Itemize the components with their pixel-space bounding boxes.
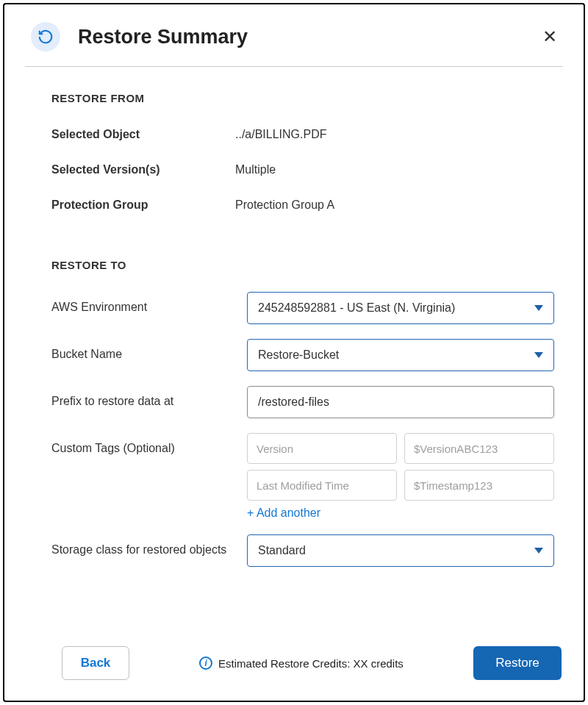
info-icon: i <box>199 656 212 670</box>
selected-object-row: Selected Object ../a/BILLING.PDF <box>51 125 554 141</box>
add-another-link[interactable]: + Add another <box>247 507 554 520</box>
tags-row: Custom Tags (Optional) Version $VersionA… <box>51 433 554 520</box>
prefix-input[interactable] <box>247 386 554 418</box>
tag-value-input[interactable]: $VersionABC123 <box>404 433 554 464</box>
storage-class-select[interactable]: Standard <box>247 534 554 567</box>
restore-from-title: RESTORE FROM <box>51 92 554 104</box>
storage-class-row: Storage class for restored objects Stand… <box>51 534 554 567</box>
selected-object-label: Selected Object <box>51 125 235 141</box>
storage-class-value: Standard <box>258 544 306 557</box>
tag-key-input[interactable]: Last Modified Time <box>247 470 397 501</box>
prefix-row: Prefix to restore data at <box>51 386 554 418</box>
back-button[interactable]: Back <box>62 646 129 680</box>
tags-grid: Version $VersionABC123 Last Modified Tim… <box>247 433 554 501</box>
dialog-header: Restore Summary ✕ <box>25 22 563 67</box>
selected-versions-label: Selected Version(s) <box>51 160 235 176</box>
chevron-down-icon <box>534 352 543 358</box>
restore-summary-dialog: Restore Summary ✕ RESTORE FROM Selected … <box>3 3 585 702</box>
aws-env-select[interactable]: 245248592881 - US East (N. Virginia) <box>247 292 554 324</box>
dialog-title: Restore Summary <box>78 26 537 49</box>
chevron-down-icon <box>534 548 543 554</box>
credits-value: Estimated Restore Credits: XX credits <box>218 657 404 670</box>
bucket-label: Bucket Name <box>51 339 247 361</box>
aws-env-row: AWS Environment 245248592881 - US East (… <box>51 292 554 324</box>
selected-versions-value: Multiple <box>235 160 276 176</box>
selected-versions-row: Selected Version(s) Multiple <box>51 160 554 176</box>
aws-env-value: 245248592881 - US East (N. Virginia) <box>258 301 455 315</box>
tag-row: Version $VersionABC123 <box>247 433 554 464</box>
protection-group-value: Protection Group A <box>235 196 334 212</box>
dialog-content: RESTORE FROM Selected Object ../a/BILLIN… <box>26 67 562 640</box>
storage-class-label: Storage class for restored objects <box>51 534 247 557</box>
restore-button[interactable]: Restore <box>473 646 562 680</box>
prefix-label: Prefix to restore data at <box>51 386 247 408</box>
restore-icon <box>31 22 60 51</box>
dialog-footer: Back i Estimated Restore Credits: XX cre… <box>26 640 562 680</box>
restore-to-title: RESTORE TO <box>51 259 554 271</box>
tags-label: Custom Tags (Optional) <box>51 433 247 455</box>
tag-key-input[interactable]: Version <box>247 433 397 464</box>
tag-value-input[interactable]: $Timestamp123 <box>404 470 554 501</box>
protection-group-label: Protection Group <box>51 196 235 212</box>
bucket-select[interactable]: Restore-Bucket <box>247 339 554 371</box>
protection-group-row: Protection Group Protection Group A <box>51 196 554 212</box>
bucket-row: Bucket Name Restore-Bucket <box>51 339 554 371</box>
aws-env-label: AWS Environment <box>51 292 247 314</box>
tag-row: Last Modified Time $Timestamp123 <box>247 470 554 501</box>
chevron-down-icon <box>534 305 543 311</box>
close-icon[interactable]: ✕ <box>537 25 563 49</box>
selected-object-value: ../a/BILLING.PDF <box>235 125 326 141</box>
credits-text: i Estimated Restore Credits: XX credits <box>129 656 473 670</box>
bucket-value: Restore-Bucket <box>258 348 339 362</box>
